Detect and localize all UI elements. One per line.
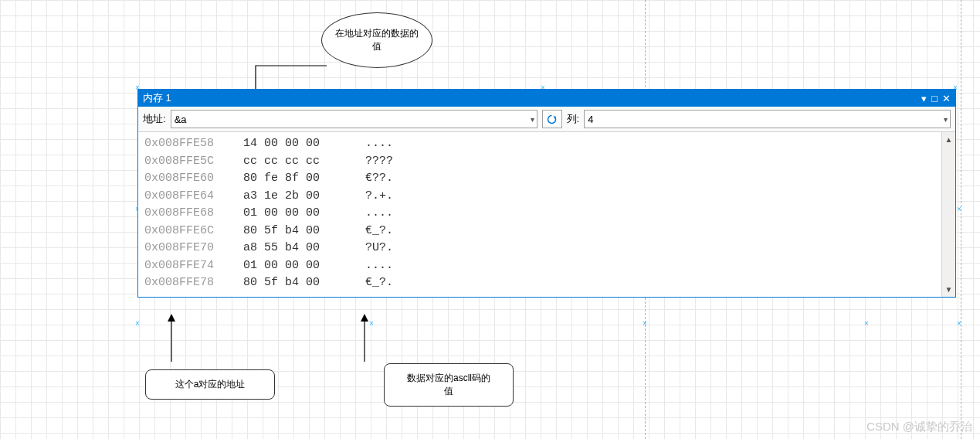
memory-hex: 80 fe 8f 00 xyxy=(243,170,351,188)
address-input[interactable] xyxy=(171,110,537,128)
close-icon[interactable]: ✕ xyxy=(942,93,951,104)
selection-handle: × xyxy=(541,83,545,88)
selection-handle: × xyxy=(135,83,140,88)
address-label: 地址: xyxy=(143,112,166,126)
memory-row: 0x008FFE70 a8 55 b4 00 ?U?. xyxy=(144,240,935,257)
memory-address: 0x008FFE60 xyxy=(144,170,229,188)
memory-row: 0x008FFE60 80 fe 8f 00 €??. xyxy=(144,170,935,188)
memory-address: 0x008FFE78 xyxy=(144,274,229,292)
watermark: CSDN @诚挚的乔治 xyxy=(866,420,972,434)
selection-handle: × xyxy=(643,319,647,324)
columns-combo[interactable]: ▾ xyxy=(584,110,951,128)
selection-handle: × xyxy=(864,319,869,324)
memory-ascii: €_?. xyxy=(365,223,393,240)
chevron-down-icon[interactable]: ▾ xyxy=(944,115,948,124)
selection-handle: × xyxy=(953,83,958,88)
memory-hex: cc cc cc cc xyxy=(243,153,351,171)
arrow-addr-to-callout xyxy=(154,308,201,369)
memory-address: 0x008FFE70 xyxy=(144,240,229,257)
refresh-button[interactable] xyxy=(542,110,562,128)
memory-ascii: €??. xyxy=(365,170,393,188)
toolbar: 地址: ▾ 列: ▾ xyxy=(138,107,955,132)
memory-ascii: .... xyxy=(365,257,393,275)
maximize-icon[interactable]: □ xyxy=(931,93,938,104)
guide-line xyxy=(961,0,961,439)
svg-marker-3 xyxy=(361,314,368,322)
address-combo[interactable]: ▾ xyxy=(171,110,537,128)
memory-window: 内存 1 ▾ □ ✕ 地址: ▾ 列: ▾ 0x008FFE58 14 00 0… xyxy=(137,89,956,298)
memory-row: 0x008FFE5C cc cc cc cc ???? xyxy=(144,153,935,171)
dropdown-icon[interactable]: ▾ xyxy=(921,93,927,104)
memory-ascii: .... xyxy=(365,135,393,153)
callout-ascii-text: 数据对应的ascll码的 值 xyxy=(407,373,490,396)
scroll-up-icon[interactable]: ▲ xyxy=(942,132,956,146)
refresh-icon xyxy=(546,114,558,125)
callout-address: 这个a对应的地址 xyxy=(145,369,275,400)
arrow-ascii-to-callout xyxy=(348,308,394,369)
memory-address: 0x008FFE6C xyxy=(144,223,229,240)
memory-hex: 80 5f b4 00 xyxy=(243,274,351,292)
selection-handle: × xyxy=(957,319,961,324)
memory-lines: 0x008FFE58 14 00 00 00 ....0x008FFE5C cc… xyxy=(138,132,941,297)
svg-marker-2 xyxy=(168,314,175,322)
selection-handle: × xyxy=(135,319,140,324)
memory-hex: 01 00 00 00 xyxy=(243,257,351,275)
callout-address-text: 这个a对应的地址 xyxy=(175,379,246,390)
memory-hex: a8 55 b4 00 xyxy=(243,240,351,257)
memory-ascii: ???? xyxy=(365,153,393,171)
memory-hex: 80 5f b4 00 xyxy=(243,223,351,240)
memory-ascii: ?.+. xyxy=(365,188,393,206)
annotation-ellipse-text: 在地址对应的数据的 值 xyxy=(335,27,419,53)
memory-ascii: ?U?. xyxy=(365,240,393,257)
memory-hex: 01 00 00 00 xyxy=(243,205,351,223)
memory-body: 0x008FFE58 14 00 00 00 ....0x008FFE5C cc… xyxy=(138,132,955,297)
memory-row: 0x008FFE64 a3 1e 2b 00 ?.+. xyxy=(144,188,935,206)
memory-ascii: .... xyxy=(365,205,393,223)
titlebar[interactable]: 内存 1 ▾ □ ✕ xyxy=(138,90,955,107)
memory-row: 0x008FFE68 01 00 00 00 .... xyxy=(144,205,935,223)
memory-hex: 14 00 00 00 xyxy=(243,135,351,153)
scroll-down-icon[interactable]: ▼ xyxy=(942,283,956,297)
memory-address: 0x008FFE74 xyxy=(144,257,229,275)
window-title: 内存 1 xyxy=(143,91,171,105)
memory-address: 0x008FFE68 xyxy=(144,205,229,223)
selection-handle: × xyxy=(957,205,961,209)
chevron-down-icon[interactable]: ▾ xyxy=(531,115,534,124)
memory-row: 0x008FFE74 01 00 00 00 .... xyxy=(144,257,935,275)
memory-row: 0x008FFE78 80 5f b4 00 €_?. xyxy=(144,274,935,292)
columns-input[interactable] xyxy=(584,110,951,128)
memory-hex: a3 1e 2b 00 xyxy=(243,188,351,206)
memory-row: 0x008FFE58 14 00 00 00 .... xyxy=(144,135,935,153)
memory-address: 0x008FFE64 xyxy=(144,188,229,206)
callout-ascii: 数据对应的ascll码的 值 xyxy=(384,363,514,407)
memory-address: 0x008FFE5C xyxy=(144,153,229,171)
memory-address: 0x008FFE58 xyxy=(144,135,229,153)
memory-row: 0x008FFE6C 80 5f b4 00 €_?. xyxy=(144,223,935,240)
vertical-scrollbar[interactable]: ▲ ▼ xyxy=(941,132,955,297)
memory-ascii: €_?. xyxy=(365,274,393,292)
columns-label: 列: xyxy=(567,112,580,126)
